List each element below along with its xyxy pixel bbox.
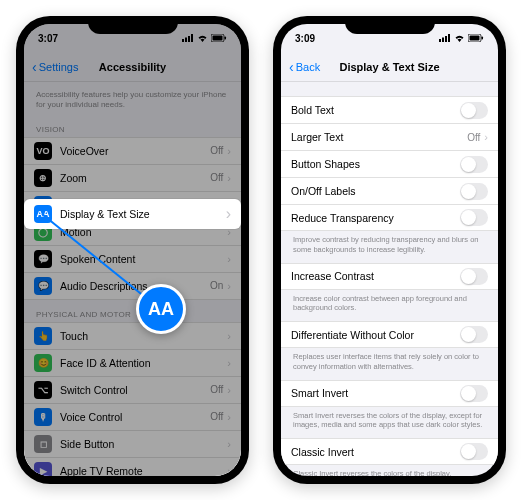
nav-bar: ‹ Back Display & Text Size — [281, 52, 498, 82]
settings-row[interactable]: 😊Face ID & Attention› — [24, 349, 241, 376]
settings-row[interactable]: Smart Invert — [281, 380, 498, 407]
row-label: Side Button — [60, 438, 227, 450]
content-scroll[interactable]: Bold TextLarger TextOff›Button ShapesOn/… — [281, 82, 498, 476]
row-value: Off — [467, 132, 480, 143]
row-value: On — [210, 280, 223, 291]
row-label: Zoom — [60, 172, 210, 184]
battery-icon — [468, 33, 484, 44]
row-label: Larger Text — [291, 131, 467, 143]
wifi-icon — [197, 33, 208, 44]
chevron-right-icon: › — [227, 330, 231, 342]
row-icon: 👆 — [34, 327, 52, 345]
settings-row[interactable]: ⊕ZoomOff› — [24, 164, 241, 191]
row-label: Smart Invert — [291, 387, 460, 399]
chevron-right-icon: › — [226, 205, 231, 223]
chevron-right-icon: › — [227, 280, 231, 292]
toggle-switch[interactable] — [460, 443, 488, 460]
toggle-switch[interactable] — [460, 183, 488, 200]
signal-icon — [439, 33, 451, 44]
callout-bubble: AA — [136, 284, 186, 334]
cell-group: 👆Touch›😊Face ID & Attention›⌥Switch Cont… — [24, 322, 241, 476]
battery-icon — [211, 33, 227, 44]
row-label: Increase Contrast — [291, 270, 460, 282]
toggle-switch[interactable] — [460, 156, 488, 173]
cell-group: Increase Contrast — [281, 263, 498, 290]
settings-row[interactable]: 🎙Voice ControlOff› — [24, 403, 241, 430]
notch — [345, 16, 435, 34]
row-label: Apple TV Remote — [60, 465, 227, 476]
cell-group: Smart Invert — [281, 380, 498, 407]
settings-row[interactable]: Button Shapes — [281, 150, 498, 177]
settings-row[interactable]: ⌥Switch ControlOff› — [24, 376, 241, 403]
cell-group: Differentiate Without Color — [281, 321, 498, 348]
svg-rect-13 — [482, 36, 484, 39]
settings-row[interactable]: ◻Side Button› — [24, 430, 241, 457]
phone-display-text-size: 3:09 ‹ Back Display & Text Size Bold Tex… — [273, 16, 506, 484]
toggle-switch[interactable] — [460, 268, 488, 285]
back-button[interactable]: ‹ Settings — [32, 59, 78, 75]
chevron-right-icon: › — [227, 438, 231, 450]
page-title: Display & Text Size — [339, 61, 439, 73]
toggle-switch[interactable] — [460, 326, 488, 343]
settings-row[interactable]: Differentiate Without Color — [281, 321, 498, 348]
chevron-right-icon: › — [227, 465, 231, 476]
svg-rect-10 — [448, 34, 450, 42]
wifi-icon — [454, 33, 465, 44]
row-label: Display & Text Size — [60, 208, 226, 220]
row-icon: 🎙 — [34, 408, 52, 426]
content-scroll[interactable]: Accessibility features help you customiz… — [24, 82, 241, 476]
settings-row[interactable]: Larger TextOff› — [281, 123, 498, 150]
svg-rect-8 — [442, 37, 444, 42]
chevron-right-icon: › — [484, 131, 488, 143]
toggle-switch[interactable] — [460, 209, 488, 226]
settings-row[interactable]: Increase Contrast — [281, 263, 498, 290]
chevron-right-icon: › — [227, 145, 231, 157]
cell-group: Classic Invert — [281, 438, 498, 465]
row-value: Off — [210, 411, 223, 422]
settings-row[interactable]: 💬Spoken Content› — [24, 245, 241, 272]
row-icon: 😊 — [34, 354, 52, 372]
row-icon: ◻ — [34, 435, 52, 453]
svg-rect-2 — [188, 36, 190, 42]
row-value: Off — [210, 172, 223, 183]
row-label: Switch Control — [60, 384, 210, 396]
back-label: Settings — [39, 61, 79, 73]
svg-rect-1 — [185, 37, 187, 42]
callout-text: AA — [148, 299, 174, 320]
toggle-switch[interactable] — [460, 102, 488, 119]
row-label: On/Off Labels — [291, 185, 460, 197]
section-footer: Classic Invert reverses the colors of th… — [281, 465, 498, 476]
section-footer: Improve contrast by reducing transparenc… — [281, 231, 498, 263]
signal-icon — [182, 33, 194, 44]
row-label: Button Shapes — [291, 158, 460, 170]
svg-rect-7 — [439, 39, 441, 42]
section-footer: Smart Invert reverses the colors of the … — [281, 407, 498, 439]
row-icon: VO — [34, 142, 52, 160]
settings-row[interactable]: Classic Invert — [281, 438, 498, 465]
section-footer: Replaces user interface items that rely … — [281, 348, 498, 380]
chevron-right-icon: › — [227, 357, 231, 369]
settings-row[interactable]: Bold Text — [281, 96, 498, 123]
settings-row[interactable]: On/Off Labels — [281, 177, 498, 204]
phone-accessibility: 3:07 ‹ Settings Accessibility Accessibil… — [16, 16, 249, 484]
intro-text: Accessibility features help you customiz… — [24, 82, 241, 115]
cell-group: Bold TextLarger TextOff›Button ShapesOn/… — [281, 96, 498, 231]
settings-row[interactable]: ▶Apple TV Remote› — [24, 457, 241, 476]
settings-row[interactable]: 👆Touch› — [24, 322, 241, 349]
section-header: PHYSICAL AND MOTOR — [24, 300, 241, 322]
back-button[interactable]: ‹ Back — [289, 59, 320, 75]
svg-rect-12 — [470, 35, 480, 40]
page-title: Accessibility — [99, 61, 166, 73]
notch — [88, 16, 178, 34]
row-value: Off — [210, 145, 223, 156]
row-label: Voice Control — [60, 411, 210, 423]
toggle-switch[interactable] — [460, 385, 488, 402]
row-label: Differentiate Without Color — [291, 329, 460, 341]
settings-row[interactable]: VOVoiceOverOff› — [24, 137, 241, 164]
section-footer: Increase color contrast between app fore… — [281, 290, 498, 322]
chevron-right-icon: › — [227, 384, 231, 396]
settings-row[interactable]: Reduce Transparency — [281, 204, 498, 231]
nav-bar: ‹ Settings Accessibility — [24, 52, 241, 82]
row-label: Touch — [60, 330, 227, 342]
row-icon: ⊕ — [34, 169, 52, 187]
